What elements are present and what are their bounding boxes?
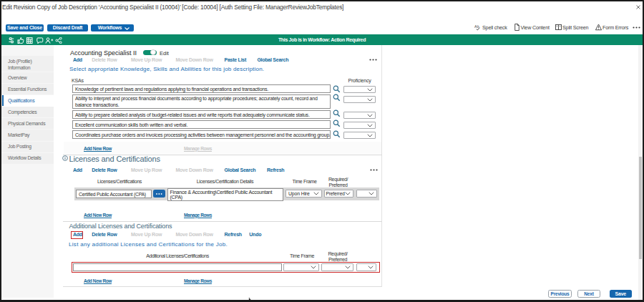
svg-text:b: b <box>477 25 479 29</box>
